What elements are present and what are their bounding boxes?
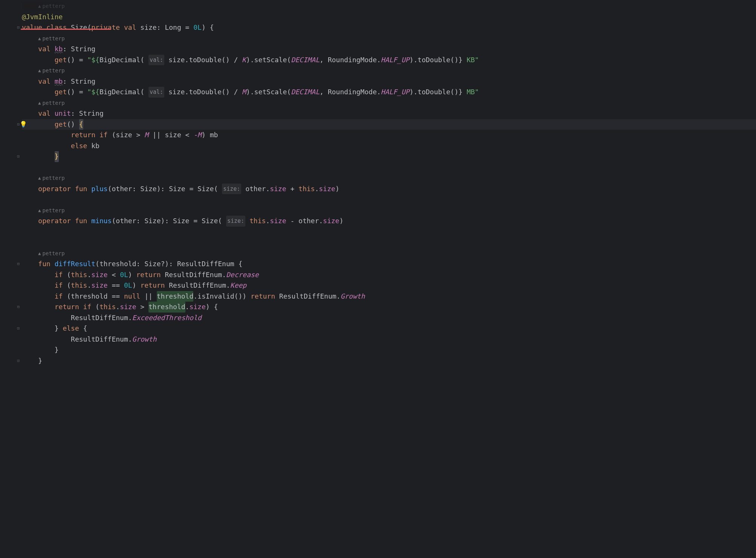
paren-close: ) (335, 184, 340, 195)
fold-icon[interactable]: ⊟ (17, 259, 20, 270)
parens: () (67, 55, 75, 66)
ref-roundingmode: RoundingMode (328, 87, 377, 98)
string-open: "${ (87, 55, 99, 66)
param-hint: val: (148, 55, 164, 66)
colon: : (169, 259, 177, 270)
class-name: Size (71, 22, 87, 33)
fold-icon[interactable]: ⊟ (17, 119, 20, 130)
param-other: other (112, 184, 132, 195)
prop-size: size (323, 216, 339, 227)
call-todouble-close: .toDouble()} (413, 87, 462, 98)
kw-return: return (140, 280, 165, 291)
const-decimal: DECIMAL (291, 87, 320, 98)
kw-get: get (55, 55, 67, 66)
op-eqeq: == (108, 291, 124, 302)
eq: = (185, 184, 198, 195)
type: Long (165, 22, 181, 33)
kw-get: get (55, 119, 67, 130)
annotation: @JvmInline (22, 12, 63, 23)
ctor: Size (197, 184, 214, 195)
author-annotation: petterp (43, 98, 65, 109)
kw-fun: fun (75, 184, 87, 195)
kw-this: this (99, 302, 116, 313)
kw-operator: operator (38, 216, 71, 227)
ref-size: size (168, 87, 185, 98)
author-icon: ▲ (38, 1, 41, 12)
call-todouble: .toDouble() (185, 87, 230, 98)
call-setscale: .setScale( (250, 87, 291, 98)
eq: = (181, 22, 194, 33)
paren-open: ( (63, 270, 71, 281)
fold-close-icon[interactable]: ⊡ (17, 151, 20, 162)
num-zero: 0L (120, 270, 128, 281)
code-content[interactable]: ▲petterp @JvmInline value class Size(pri… (22, 1, 756, 366)
kw-else: else (71, 141, 87, 152)
enum-growth: Growth (132, 334, 157, 345)
op-or: || (140, 291, 156, 302)
enum-keep: Keep (230, 280, 246, 291)
brace-open: { (79, 323, 87, 334)
paren-open: ( (112, 216, 116, 227)
paren-open: ( (214, 184, 218, 195)
op-eqeq: == (108, 280, 124, 291)
prop-size: size (120, 302, 136, 313)
intention-bulb-icon[interactable]: 💡 (20, 119, 27, 130)
ref-threshold: threshold (157, 292, 194, 300)
prop-size: size (91, 280, 107, 291)
dot: . (266, 184, 270, 195)
paren-close: ) (157, 184, 161, 195)
brace-open: { (206, 22, 214, 33)
paren-close: ) (202, 130, 210, 141)
const-m: M (242, 87, 246, 98)
colon: : (161, 184, 169, 195)
eq: = (189, 216, 202, 227)
ref-threshold: threshold (148, 303, 185, 311)
param-threshold: threshold (99, 259, 136, 270)
enum-growth: Growth (340, 291, 365, 302)
kw-return: return (55, 302, 79, 313)
kw-if: if (99, 130, 108, 141)
call-todouble-close: .toDouble()} (413, 55, 462, 66)
fold-icon[interactable]: ⊟ (17, 22, 20, 33)
call-setscale: .setScale( (250, 55, 291, 66)
const-halfup: HALF_UP (381, 55, 410, 66)
dot: . (377, 87, 381, 98)
dot: . (87, 270, 91, 281)
kw-get: get (55, 87, 67, 98)
const-k: K (242, 55, 246, 66)
ref-threshold: threshold (71, 291, 108, 302)
author-icon: ▲ (38, 248, 41, 259)
ref-other: other (298, 216, 319, 227)
current-line[interactable]: get() { (22, 119, 756, 130)
brace-close: } (38, 356, 42, 366)
enum-ref: ResultDiffEnum (169, 280, 226, 291)
fold-close-icon[interactable]: ⊡ (17, 356, 20, 366)
ref-size: size (116, 130, 132, 141)
type: String (71, 76, 95, 87)
kw-fun: fun (38, 259, 51, 270)
ret-type: Size (169, 184, 185, 195)
const-decimal: DECIMAL (291, 55, 320, 66)
type: String (71, 44, 95, 55)
dot: . (266, 216, 270, 227)
eq: = (75, 87, 87, 98)
paren-open: ( (108, 184, 112, 195)
comma: , (320, 87, 328, 98)
string-tail: MB" (462, 87, 479, 98)
paren-close: ) (242, 291, 251, 302)
kw-this: this (71, 270, 87, 281)
op-minus: - (286, 216, 299, 227)
ctor: Size (202, 216, 218, 227)
dot: . (315, 184, 319, 195)
paren-open: ( (95, 259, 99, 270)
ref-roundingmode: RoundingMode (328, 55, 377, 66)
kw-if: if (55, 270, 63, 281)
kw-private: private (91, 22, 120, 33)
fn-plus: plus (91, 184, 107, 195)
fold-close-icon[interactable]: ⊡ (17, 323, 20, 334)
fold-icon[interactable]: ⊟ (17, 302, 20, 313)
code-editor[interactable]: ⊟ ⊟💡 ⊡ ⊟ ⊟ ⊡ ⊡ ▲petterp (0, 0, 756, 366)
string-tail: KB" (462, 55, 479, 66)
author-annotation: petterp (43, 173, 65, 184)
prop-size: size (319, 184, 335, 195)
